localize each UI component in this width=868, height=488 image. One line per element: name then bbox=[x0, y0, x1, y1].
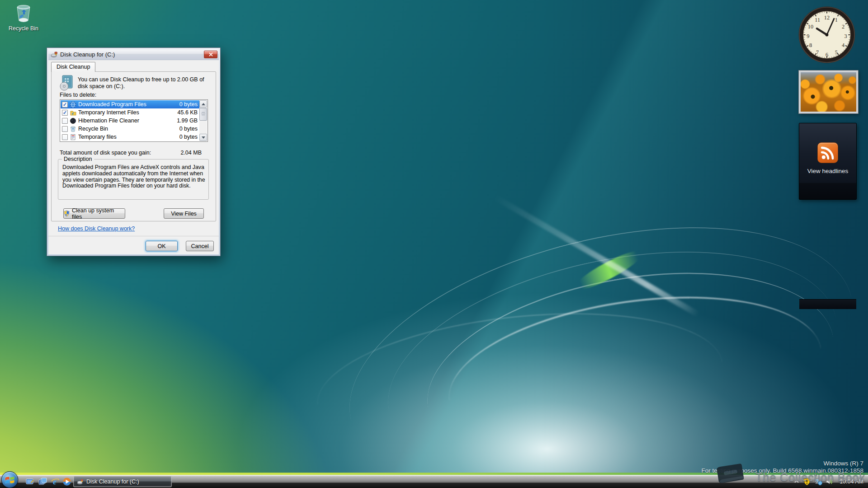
file-size: 0 bytes bbox=[179, 126, 199, 132]
ok-label: OK bbox=[157, 243, 165, 249]
switch-windows-icon[interactable] bbox=[38, 477, 47, 486]
file-name: Hibernation File Cleaner bbox=[78, 117, 177, 124]
listview-scrollbar[interactable] bbox=[199, 100, 207, 141]
rss-gadget[interactable]: View headlines bbox=[799, 123, 857, 200]
file-size: 1.99 GB bbox=[177, 117, 199, 124]
file-size: 0 bytes bbox=[179, 101, 199, 108]
disk-cleanup-large-icon bbox=[58, 75, 75, 91]
clock-numeral: 10 bbox=[808, 23, 813, 30]
scroll-up-button[interactable] bbox=[199, 100, 207, 108]
file-row-temporary-files[interactable]: Temporary files 0 bytes bbox=[61, 133, 199, 141]
clock-numeral: 6 bbox=[826, 52, 828, 58]
show-desktop-icon[interactable] bbox=[25, 477, 34, 486]
file-size: 0 bytes bbox=[179, 134, 199, 140]
taskbar-window-button-label: Disk Cleanup for (C:) bbox=[86, 479, 139, 485]
ok-button[interactable]: OK bbox=[146, 241, 178, 251]
clock-numeral: 4 bbox=[842, 42, 844, 48]
checkbox-unchecked[interactable] bbox=[62, 126, 68, 132]
description-groupbox: Description Downloaded Program Files are… bbox=[58, 159, 209, 200]
photo-gadget[interactable] bbox=[799, 70, 858, 113]
watermark-brand: The Collection Book bbox=[755, 471, 865, 484]
svg-text:e: e bbox=[72, 110, 74, 115]
close-icon bbox=[209, 53, 212, 56]
uac-shield-icon bbox=[64, 210, 70, 217]
rss-view-headlines-link[interactable]: View headlines bbox=[799, 168, 856, 174]
clock-numeral: 2 bbox=[842, 23, 844, 30]
watermark-windows7: Windows (R) 7 bbox=[823, 460, 863, 467]
internet-explorer-icon: e bbox=[70, 109, 76, 116]
description-text: Downloaded Program Files are ActiveX con… bbox=[62, 164, 205, 189]
cancel-label: Cancel bbox=[191, 243, 209, 249]
disk-cleanup-tab-page: You can use Disk Cleanup to free up to 2… bbox=[51, 71, 216, 221]
recycle-bin-label: Recycle Bin bbox=[5, 25, 42, 32]
disk-cleanup-taskbar-icon bbox=[77, 479, 84, 485]
file-name: Downloaded Program Files bbox=[78, 101, 179, 108]
total-gain-label: Total amount of disk space you gain: bbox=[60, 150, 151, 156]
clock-numeral: 11 bbox=[815, 17, 820, 23]
temporary-files-icon bbox=[70, 134, 76, 141]
file-row-temporary-internet-files[interactable]: ✓ e Temporary Internet Files 45.6 KB bbox=[61, 108, 199, 117]
rss-gadget-footer bbox=[799, 299, 856, 309]
scroll-down-button[interactable] bbox=[199, 134, 207, 141]
view-files-button[interactable]: View Files bbox=[164, 208, 204, 219]
file-name: Recycle Bin bbox=[78, 126, 179, 132]
file-row-hibernation-file-cleaner[interactable]: Hibernation File Cleaner 1.99 GB bbox=[61, 117, 199, 125]
files-listview[interactable]: ✓ Downloaded Program Files 0 bytes bbox=[60, 99, 208, 142]
checkbox-checked[interactable]: ✓ bbox=[62, 110, 68, 116]
downloaded-program-files-icon bbox=[70, 101, 76, 108]
clock-gadget[interactable]: 12 1 2 3 4 5 6 7 8 9 10 11 bbox=[797, 5, 856, 64]
arrow-up-icon bbox=[202, 103, 205, 105]
description-group-label: Description bbox=[62, 156, 94, 162]
rss-icon bbox=[817, 142, 838, 163]
hibernation-icon bbox=[70, 117, 76, 124]
clock-numeral: 12 bbox=[824, 14, 830, 21]
file-row-downloaded-program-files[interactable]: ✓ Downloaded Program Files 0 bytes bbox=[61, 100, 199, 108]
files-to-delete-label: Files to delete: bbox=[60, 92, 96, 98]
clock-numeral: 7 bbox=[816, 49, 819, 56]
disk-cleanup-dialog: Disk Cleanup for (C:) Disk Cleanup bbox=[47, 47, 221, 256]
file-name: Temporary files bbox=[78, 134, 179, 140]
clock-numeral: 1 bbox=[835, 17, 838, 23]
clock-numeral: 5 bbox=[835, 49, 838, 56]
arrow-down-icon bbox=[202, 136, 205, 139]
dialog-title: Disk Cleanup for (C:) bbox=[60, 51, 115, 58]
recycle-bin-icon bbox=[13, 3, 34, 24]
recycle-bin-small-icon bbox=[70, 126, 76, 132]
scroll-thumb[interactable] bbox=[199, 108, 207, 121]
windows-logo-icon bbox=[2, 472, 18, 488]
desktop-icon-recycle-bin[interactable]: Recycle Bin bbox=[5, 3, 42, 32]
file-row-recycle-bin[interactable]: Recycle Bin 0 bytes bbox=[61, 125, 199, 133]
checkbox-unchecked[interactable] bbox=[62, 134, 68, 140]
media-player-icon[interactable] bbox=[62, 477, 71, 486]
tab-disk-cleanup[interactable]: Disk Cleanup bbox=[51, 62, 95, 72]
clean-up-system-files-button[interactable]: Clean up system files bbox=[63, 208, 125, 219]
disk-cleanup-icon bbox=[51, 51, 58, 58]
file-size: 45.6 KB bbox=[178, 109, 199, 116]
total-gain-row: Total amount of disk space you gain: 2.0… bbox=[60, 150, 208, 156]
dialog-client-area: Disk Cleanup You can use Disk Cleanup to… bbox=[48, 60, 219, 254]
view-files-label: View Files bbox=[171, 211, 197, 217]
how-does-disk-cleanup-work-link[interactable]: How does Disk Cleanup work? bbox=[58, 225, 135, 232]
book-logo-icon bbox=[712, 464, 747, 487]
start-button[interactable] bbox=[1, 471, 18, 488]
close-button[interactable] bbox=[204, 51, 217, 58]
file-name: Temporary Internet Files bbox=[78, 109, 178, 116]
checkbox-unchecked[interactable] bbox=[62, 118, 68, 124]
clock-numeral: 3 bbox=[844, 33, 847, 39]
total-gain-value: 2.04 MB bbox=[180, 150, 202, 156]
taskbar-window-button-disk-cleanup[interactable]: Disk Cleanup for (C:) bbox=[73, 476, 172, 487]
intro-text: You can use Disk Cleanup to free up to 2… bbox=[78, 76, 210, 89]
dialog-titlebar[interactable]: Disk Cleanup for (C:) bbox=[48, 49, 219, 60]
dialog-footer: OK Cancel bbox=[48, 236, 219, 254]
cancel-button[interactable]: Cancel bbox=[186, 241, 214, 251]
checkbox-checked[interactable]: ✓ bbox=[62, 102, 68, 108]
internet-explorer-taskbar-icon[interactable]: e bbox=[51, 477, 60, 486]
clock-numeral: 9 bbox=[807, 33, 809, 39]
clock-numeral: 8 bbox=[809, 42, 812, 48]
clean-up-system-files-label: Clean up system files bbox=[72, 207, 125, 220]
